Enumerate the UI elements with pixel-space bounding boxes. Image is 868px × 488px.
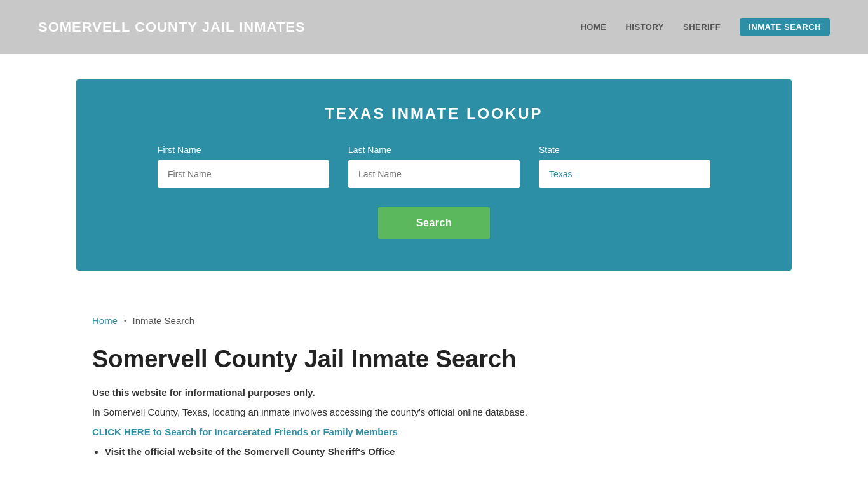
description-text: In Somervell County, Texas, locating an …	[92, 407, 776, 417]
main-nav: HOME HISTORY SHERIFF INMATE SEARCH	[580, 18, 830, 36]
nav-inmate-search[interactable]: INMATE SEARCH	[740, 18, 830, 36]
state-input[interactable]	[539, 160, 710, 188]
page-title: Somervell County Jail Inmate Search	[92, 345, 776, 374]
breadcrumb-home-link[interactable]: Home	[92, 315, 118, 326]
first-name-label: First Name	[158, 145, 329, 155]
lookup-title: TEXAS INMATE LOOKUP	[114, 105, 754, 123]
disclaimer-text: Use this website for informational purpo…	[92, 387, 776, 398]
search-form-row: First Name Last Name State	[114, 145, 754, 188]
site-title: SOMERVELL COUNTY JAIL INMATES	[38, 19, 306, 36]
breadcrumb-current: Inmate Search	[133, 315, 195, 326]
bullet-item-1: Visit the official website of the Somerv…	[105, 446, 776, 457]
first-name-input[interactable]	[158, 160, 329, 188]
search-link[interactable]: CLICK HERE to Search for Incarcerated Fr…	[92, 426, 776, 437]
last-name-group: Last Name	[348, 145, 520, 188]
nav-home[interactable]: HOME	[580, 22, 606, 32]
inmate-lookup-section: TEXAS INMATE LOOKUP First Name Last Name…	[76, 79, 792, 271]
nav-sheriff[interactable]: SHERIFF	[683, 22, 721, 32]
breadcrumb-separator: •	[124, 317, 126, 324]
last-name-label: Last Name	[348, 145, 520, 155]
search-button[interactable]: Search	[378, 207, 490, 239]
state-label: State	[539, 145, 710, 155]
last-name-input[interactable]	[348, 160, 520, 188]
search-button-row: Search	[114, 207, 754, 239]
main-content: Somervell County Jail Inmate Search Use …	[0, 332, 868, 482]
site-header: SOMERVELL COUNTY JAIL INMATES HOME HISTO…	[0, 0, 868, 54]
first-name-group: First Name	[158, 145, 329, 188]
state-group: State	[539, 145, 710, 188]
breadcrumb: Home • Inmate Search	[0, 296, 868, 332]
nav-history[interactable]: HISTORY	[625, 22, 664, 32]
